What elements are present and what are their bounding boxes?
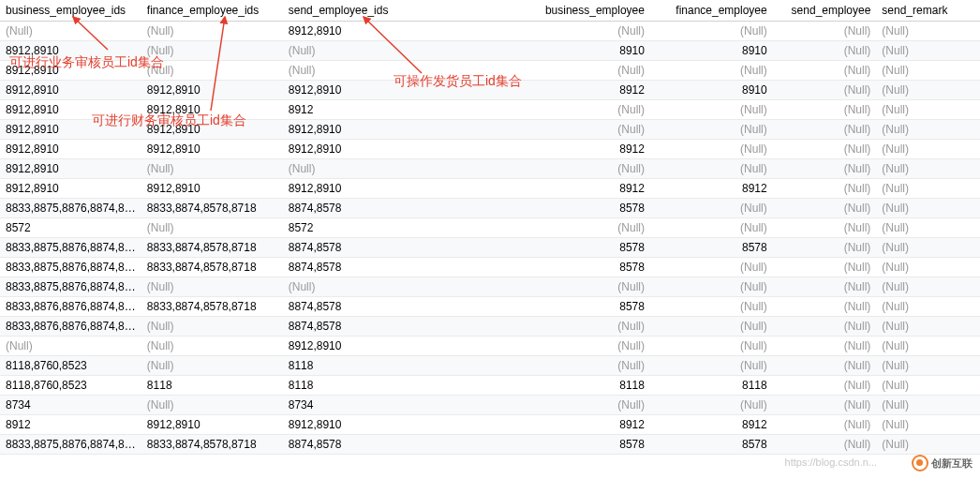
cell[interactable]: (Null)	[141, 356, 283, 376]
cell[interactable]: 8912,8910	[0, 41, 141, 61]
cell[interactable]: (Null)	[876, 218, 980, 238]
cell[interactable]: 8912,8910	[283, 337, 528, 356]
cell[interactable]: (Null)	[773, 179, 877, 199]
cell[interactable]: 8734	[283, 396, 528, 415]
cell[interactable]: 8578	[527, 258, 650, 277]
cell[interactable]: 8912,8910	[283, 415, 528, 435]
cell[interactable]: (Null)	[773, 415, 877, 435]
cell[interactable]: 8833,8875,8876,8874,8877	[0, 199, 141, 218]
cell[interactable]: (Null)	[876, 376, 980, 396]
cell[interactable]: 8912,8910	[283, 140, 528, 159]
cell[interactable]: 8912,8910	[141, 100, 283, 120]
cell[interactable]: (Null)	[773, 61, 877, 81]
cell[interactable]: (Null)	[876, 140, 980, 159]
cell[interactable]: 8118	[283, 376, 528, 396]
col-header-send-employee[interactable]: send_employee	[773, 0, 877, 22]
cell[interactable]: (Null)	[141, 317, 283, 337]
cell[interactable]: 8118	[141, 376, 283, 396]
cell[interactable]: 8578	[650, 435, 773, 455]
table-row[interactable]: 8833,8875,8876,8874,88778833,8874,8578,8…	[0, 258, 980, 277]
table-row[interactable]: 8912,89108912,89108912(Null)(Null)(Null)…	[0, 100, 980, 120]
col-header-send-remark[interactable]: send_remark	[876, 0, 980, 22]
cell[interactable]: 8833,8876,8876,8874,8877	[0, 317, 141, 337]
cell[interactable]: (Null)	[773, 81, 877, 100]
table-row[interactable]: (Null)(Null)8912,8910(Null)(Null)(Null)(…	[0, 22, 980, 41]
cell[interactable]: (Null)	[876, 356, 980, 376]
data-grid-container[interactable]: business_employee_ids finance_employee_i…	[0, 0, 980, 479]
cell[interactable]: (Null)	[773, 100, 877, 120]
cell[interactable]: (Null)	[650, 61, 773, 81]
table-row[interactable]: 8118,8760,85238118811881188118(Null)(Nul…	[0, 376, 980, 396]
cell[interactable]: (Null)	[283, 61, 528, 81]
cell[interactable]: 8572	[283, 218, 528, 238]
cell[interactable]: (Null)	[527, 61, 650, 81]
table-row[interactable]: 8912,8910(Null)(Null)89108910(Null)(Null…	[0, 41, 980, 61]
cell[interactable]: 8912,8910	[283, 81, 528, 100]
cell[interactable]: (Null)	[650, 218, 773, 238]
cell[interactable]: (Null)	[650, 100, 773, 120]
cell[interactable]: (Null)	[0, 337, 141, 356]
table-row[interactable]: 89128912,89108912,891089128912(Null)(Nul…	[0, 415, 980, 435]
cell[interactable]: (Null)	[0, 22, 141, 41]
cell[interactable]: (Null)	[773, 435, 877, 455]
cell[interactable]: 8833,8874,8578,8718	[141, 258, 283, 277]
cell[interactable]: (Null)	[773, 120, 877, 140]
cell[interactable]: 8912,8910	[141, 415, 283, 435]
cell[interactable]: (Null)	[141, 277, 283, 297]
cell[interactable]: (Null)	[141, 337, 283, 356]
table-row[interactable]: 8734(Null)8734(Null)(Null)(Null)(Null)	[0, 396, 980, 415]
cell[interactable]: (Null)	[141, 396, 283, 415]
cell[interactable]: (Null)	[650, 140, 773, 159]
cell[interactable]: (Null)	[650, 199, 773, 218]
cell[interactable]: 8833,8874,8578,8718	[141, 435, 283, 455]
cell[interactable]: (Null)	[650, 159, 773, 179]
cell[interactable]: (Null)	[283, 41, 528, 61]
cell[interactable]: (Null)	[773, 277, 877, 297]
cell[interactable]: (Null)	[527, 396, 650, 415]
cell[interactable]: (Null)	[876, 41, 980, 61]
cell[interactable]: (Null)	[527, 277, 650, 297]
cell[interactable]: (Null)	[773, 396, 877, 415]
cell[interactable]: 8912,8910	[0, 159, 141, 179]
cell[interactable]: 8578	[527, 297, 650, 317]
cell[interactable]: (Null)	[876, 199, 980, 218]
cell[interactable]: (Null)	[773, 199, 877, 218]
table-row[interactable]: 8912,8910(Null)(Null)(Null)(Null)(Null)(…	[0, 61, 980, 81]
cell[interactable]: 8912,8910	[0, 100, 141, 120]
cell[interactable]: 8912,8910	[141, 140, 283, 159]
cell[interactable]: (Null)	[773, 140, 877, 159]
cell[interactable]: 8912,8910	[283, 22, 528, 41]
col-header-finance-employee-ids[interactable]: finance_employee_ids	[141, 0, 283, 22]
cell[interactable]: (Null)	[773, 258, 877, 277]
cell[interactable]: (Null)	[650, 258, 773, 277]
cell[interactable]: (Null)	[876, 435, 980, 455]
cell[interactable]: (Null)	[876, 415, 980, 435]
table-row[interactable]: (Null)(Null)8912,8910(Null)(Null)(Null)(…	[0, 337, 980, 356]
cell[interactable]: (Null)	[527, 218, 650, 238]
cell[interactable]: (Null)	[876, 258, 980, 277]
cell[interactable]: 8118,8760,8523	[0, 376, 141, 396]
cell[interactable]: (Null)	[527, 317, 650, 337]
cell[interactable]: 8833,8874,8578,8718	[141, 199, 283, 218]
cell[interactable]: 8118,8760,8523	[0, 356, 141, 376]
cell[interactable]: (Null)	[773, 297, 877, 317]
cell[interactable]: 8118	[527, 376, 650, 396]
table-row[interactable]: 8833,8875,8876,8874,88778833,8874,8578,8…	[0, 238, 980, 258]
cell[interactable]: 8578	[650, 238, 773, 258]
cell[interactable]: (Null)	[773, 218, 877, 238]
cell[interactable]: 8912,8910	[141, 81, 283, 100]
cell[interactable]: 8912	[283, 100, 528, 120]
cell[interactable]: (Null)	[876, 179, 980, 199]
cell[interactable]: 8912,8910	[0, 140, 141, 159]
col-header-send-employee-ids[interactable]: send_employee_ids	[283, 0, 528, 22]
cell[interactable]: 8833,8875,8876,8874,8877	[0, 435, 141, 455]
cell[interactable]: 8910	[650, 41, 773, 61]
cell[interactable]: (Null)	[527, 356, 650, 376]
cell[interactable]: (Null)	[141, 22, 283, 41]
cell[interactable]: (Null)	[876, 61, 980, 81]
cell[interactable]: 8833,8875,8876,8874,8877	[0, 238, 141, 258]
table-row[interactable]: 8572(Null)8572(Null)(Null)(Null)(Null)	[0, 218, 980, 238]
cell[interactable]: (Null)	[773, 22, 877, 41]
table-row[interactable]: 8912,89108912,89108912,89108912(Null)(Nu…	[0, 140, 980, 159]
cell[interactable]: 8912,8910	[0, 120, 141, 140]
